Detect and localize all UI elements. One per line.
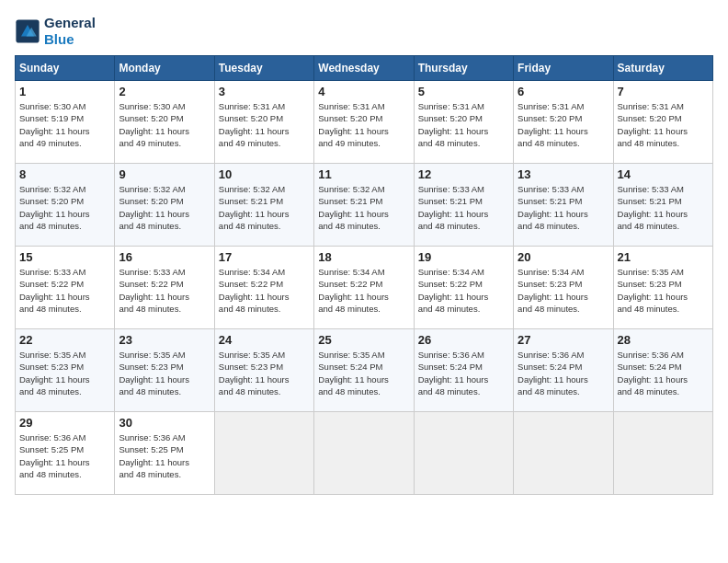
day-number: 5: [418, 85, 509, 98]
calendar-cell: 6Sunrise: 5:31 AMSunset: 5:20 PMDaylight…: [514, 81, 613, 164]
calendar-cell: 24Sunrise: 5:35 AMSunset: 5:23 PMDayligh…: [214, 329, 313, 412]
day-number: 2: [119, 85, 210, 98]
day-number: 10: [219, 167, 310, 181]
cell-text: Sunrise: 5:36 AMSunset: 5:24 PMDaylight:…: [418, 349, 509, 397]
cell-text: Sunrise: 5:36 AMSunset: 5:24 PMDaylight:…: [618, 349, 709, 397]
calendar-week-0: 1Sunrise: 5:30 AMSunset: 5:19 PMDaylight…: [16, 81, 713, 164]
calendar-cell: 22Sunrise: 5:35 AMSunset: 5:23 PMDayligh…: [16, 329, 115, 412]
cell-text: Sunrise: 5:34 AMSunset: 5:22 PMDaylight:…: [318, 266, 409, 315]
cell-text: Sunrise: 5:35 AMSunset: 5:23 PMDaylight:…: [119, 349, 210, 397]
cell-text: Sunrise: 5:33 AMSunset: 5:21 PMDaylight:…: [618, 183, 709, 232]
calendar-cell: [613, 412, 712, 495]
day-number: 25: [318, 333, 409, 347]
cell-text: Sunrise: 5:32 AMSunset: 5:20 PMDaylight:…: [19, 183, 110, 232]
cell-text: Sunrise: 5:31 AMSunset: 5:20 PMDaylight:…: [219, 100, 310, 149]
calendar-cell: 14Sunrise: 5:33 AMSunset: 5:21 PMDayligh…: [613, 164, 712, 247]
calendar-cell: 4Sunrise: 5:31 AMSunset: 5:20 PMDaylight…: [314, 81, 414, 164]
cell-text: Sunrise: 5:35 AMSunset: 5:23 PMDaylight:…: [19, 349, 110, 397]
calendar-cell: [314, 412, 414, 495]
cell-text: Sunrise: 5:31 AMSunset: 5:20 PMDaylight:…: [318, 100, 409, 149]
day-number: 24: [219, 333, 310, 347]
cell-text: Sunrise: 5:34 AMSunset: 5:22 PMDaylight:…: [219, 266, 310, 315]
cell-text: Sunrise: 5:36 AMSunset: 5:24 PMDaylight:…: [518, 349, 609, 397]
calendar-cell: [514, 412, 613, 495]
calendar-table: SundayMondayTuesdayWednesdayThursdayFrid…: [15, 55, 713, 495]
day-number: 16: [119, 250, 210, 264]
calendar-cell: 17Sunrise: 5:34 AMSunset: 5:22 PMDayligh…: [214, 247, 313, 329]
day-number: 27: [518, 333, 609, 347]
day-number: 6: [518, 85, 609, 98]
calendar-cell: 9Sunrise: 5:32 AMSunset: 5:20 PMDaylight…: [115, 164, 214, 247]
cell-text: Sunrise: 5:31 AMSunset: 5:20 PMDaylight:…: [418, 100, 509, 149]
calendar-cell: 16Sunrise: 5:33 AMSunset: 5:22 PMDayligh…: [115, 247, 214, 329]
cell-text: Sunrise: 5:32 AMSunset: 5:20 PMDaylight:…: [119, 183, 210, 232]
day-number: 4: [318, 85, 409, 98]
calendar-cell: 7Sunrise: 5:31 AMSunset: 5:20 PMDaylight…: [613, 81, 712, 164]
cell-text: Sunrise: 5:34 AMSunset: 5:22 PMDaylight:…: [418, 266, 509, 315]
calendar-week-3: 22Sunrise: 5:35 AMSunset: 5:23 PMDayligh…: [16, 329, 713, 412]
cell-text: Sunrise: 5:32 AMSunset: 5:21 PMDaylight:…: [219, 183, 310, 232]
calendar-cell: [414, 412, 513, 495]
cell-text: Sunrise: 5:31 AMSunset: 5:20 PMDaylight:…: [518, 100, 609, 149]
weekday-header-friday: Friday: [514, 56, 613, 81]
day-number: 28: [618, 333, 709, 347]
cell-text: Sunrise: 5:35 AMSunset: 5:23 PMDaylight:…: [219, 349, 310, 397]
cell-text: Sunrise: 5:33 AMSunset: 5:22 PMDaylight:…: [119, 266, 210, 315]
day-number: 11: [318, 167, 409, 181]
day-number: 21: [618, 250, 709, 264]
day-number: 13: [518, 167, 609, 181]
day-number: 23: [119, 333, 210, 347]
calendar-cell: 27Sunrise: 5:36 AMSunset: 5:24 PMDayligh…: [514, 329, 613, 412]
day-number: 12: [418, 167, 509, 181]
calendar-week-4: 29Sunrise: 5:36 AMSunset: 5:25 PMDayligh…: [16, 412, 713, 495]
cell-text: Sunrise: 5:33 AMSunset: 5:21 PMDaylight:…: [518, 183, 609, 232]
calendar-cell: 19Sunrise: 5:34 AMSunset: 5:22 PMDayligh…: [414, 247, 513, 329]
calendar-cell: 11Sunrise: 5:32 AMSunset: 5:21 PMDayligh…: [314, 164, 414, 247]
day-number: 18: [318, 250, 409, 264]
day-number: 8: [19, 167, 110, 181]
calendar-week-1: 8Sunrise: 5:32 AMSunset: 5:20 PMDaylight…: [16, 164, 713, 247]
day-number: 3: [219, 85, 310, 98]
day-number: 29: [19, 416, 110, 430]
calendar-cell: 10Sunrise: 5:32 AMSunset: 5:21 PMDayligh…: [214, 164, 313, 247]
logo-text: General Blue: [44, 15, 96, 48]
day-number: 14: [618, 167, 709, 181]
calendar-cell: 15Sunrise: 5:33 AMSunset: 5:22 PMDayligh…: [16, 247, 115, 329]
cell-text: Sunrise: 5:33 AMSunset: 5:21 PMDaylight:…: [418, 183, 509, 232]
cell-text: Sunrise: 5:30 AMSunset: 5:19 PMDaylight:…: [19, 100, 110, 149]
cell-text: Sunrise: 5:32 AMSunset: 5:21 PMDaylight:…: [318, 183, 409, 232]
day-number: 9: [119, 167, 210, 181]
calendar-cell: 5Sunrise: 5:31 AMSunset: 5:20 PMDaylight…: [414, 81, 513, 164]
logo: General Blue: [15, 15, 96, 48]
calendar-cell: 18Sunrise: 5:34 AMSunset: 5:22 PMDayligh…: [314, 247, 414, 329]
weekday-header-saturday: Saturday: [613, 56, 712, 81]
calendar-cell: 3Sunrise: 5:31 AMSunset: 5:20 PMDaylight…: [214, 81, 313, 164]
day-number: 19: [418, 250, 509, 264]
calendar-cell: 26Sunrise: 5:36 AMSunset: 5:24 PMDayligh…: [414, 329, 513, 412]
calendar-cell: 30Sunrise: 5:36 AMSunset: 5:25 PMDayligh…: [115, 412, 214, 495]
cell-text: Sunrise: 5:30 AMSunset: 5:20 PMDaylight:…: [119, 100, 210, 149]
weekday-header-wednesday: Wednesday: [314, 56, 414, 81]
cell-text: Sunrise: 5:34 AMSunset: 5:23 PMDaylight:…: [518, 266, 609, 315]
weekday-header-monday: Monday: [115, 56, 214, 81]
day-number: 22: [19, 333, 110, 347]
calendar-cell: 2Sunrise: 5:30 AMSunset: 5:20 PMDaylight…: [115, 81, 214, 164]
day-number: 20: [518, 250, 609, 264]
cell-text: Sunrise: 5:31 AMSunset: 5:20 PMDaylight:…: [618, 100, 709, 149]
cell-text: Sunrise: 5:33 AMSunset: 5:22 PMDaylight:…: [19, 266, 110, 315]
cell-text: Sunrise: 5:36 AMSunset: 5:25 PMDaylight:…: [119, 431, 210, 480]
calendar-week-2: 15Sunrise: 5:33 AMSunset: 5:22 PMDayligh…: [16, 247, 713, 329]
calendar-cell: 28Sunrise: 5:36 AMSunset: 5:24 PMDayligh…: [613, 329, 712, 412]
cell-text: Sunrise: 5:35 AMSunset: 5:23 PMDaylight:…: [618, 266, 709, 315]
cell-text: Sunrise: 5:35 AMSunset: 5:24 PMDaylight:…: [318, 349, 409, 397]
calendar-cell: 23Sunrise: 5:35 AMSunset: 5:23 PMDayligh…: [115, 329, 214, 412]
calendar-cell: 25Sunrise: 5:35 AMSunset: 5:24 PMDayligh…: [314, 329, 414, 412]
logo-icon: [15, 18, 40, 44]
weekday-header-tuesday: Tuesday: [214, 56, 313, 81]
day-number: 30: [119, 416, 210, 430]
calendar-cell: 13Sunrise: 5:33 AMSunset: 5:21 PMDayligh…: [514, 164, 613, 247]
calendar-cell: [214, 412, 313, 495]
day-number: 1: [19, 85, 110, 98]
calendar-cell: 8Sunrise: 5:32 AMSunset: 5:20 PMDaylight…: [16, 164, 115, 247]
day-number: 15: [19, 250, 110, 264]
